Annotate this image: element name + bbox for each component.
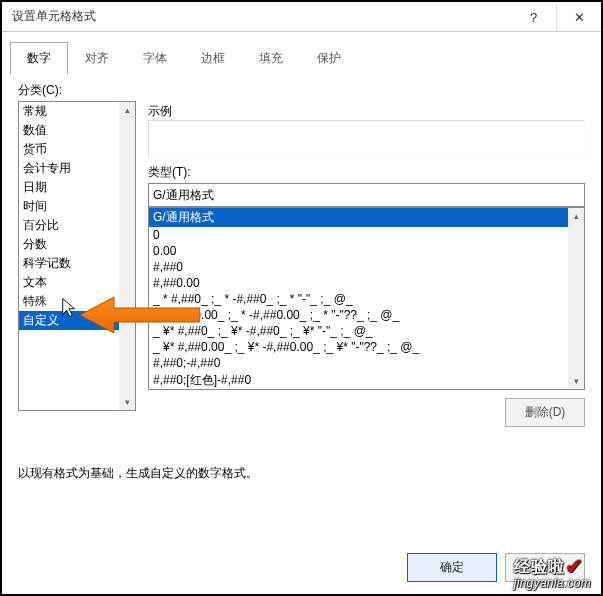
tab-alignment[interactable]: 对齐: [68, 42, 126, 74]
format-listbox[interactable]: G/通用格式 0 0.00 #,##0 #,##0.00 _ * #,##0_ …: [148, 207, 585, 390]
tab-fill[interactable]: 填充: [242, 42, 300, 74]
delete-button[interactable]: 删除(D): [505, 398, 585, 427]
tab-protection[interactable]: 保护: [300, 42, 358, 74]
format-item[interactable]: #,##0.00: [149, 275, 584, 291]
category-item-currency[interactable]: 货币: [19, 140, 135, 159]
right-panel: 示例 类型(T): G/通用格式 G/通用格式 0 0.00 #,##0 #,#…: [148, 101, 585, 427]
type-input[interactable]: G/通用格式: [148, 183, 585, 207]
format-item[interactable]: #,##0;-#,##0: [149, 355, 584, 371]
category-item-scientific[interactable]: 科学记数: [19, 254, 135, 273]
footer-buttons: 确定 取消: [407, 553, 585, 582]
close-button[interactable]: ✕: [556, 2, 601, 32]
category-item-general[interactable]: 常规: [19, 102, 135, 121]
category-scrollbar[interactable]: ▴ ▾: [119, 102, 135, 410]
tab-font[interactable]: 字体: [126, 42, 184, 74]
format-item[interactable]: 0: [149, 227, 584, 243]
cursor-icon: [61, 297, 77, 319]
cancel-button[interactable]: 取消: [505, 553, 585, 582]
scroll-up-icon[interactable]: ▴: [568, 208, 584, 224]
window-controls: ? ✕: [511, 2, 601, 32]
sample-label: 示例: [148, 103, 585, 120]
scroll-up-icon[interactable]: ▴: [119, 102, 135, 118]
sample-box: [148, 120, 585, 158]
description-text: 以现有格式为基础，生成自定义的数字格式。: [2, 465, 601, 482]
category-item-time[interactable]: 时间: [19, 197, 135, 216]
category-item-accounting[interactable]: 会计专用: [19, 159, 135, 178]
format-item[interactable]: #,##0: [149, 259, 584, 275]
category-item-date[interactable]: 日期: [19, 178, 135, 197]
type-label: 类型(T):: [148, 164, 585, 181]
title-bar: 设置单元格格式 ? ✕: [2, 2, 601, 32]
tab-number[interactable]: 数字: [10, 42, 68, 74]
scroll-down-icon[interactable]: ▾: [568, 373, 584, 389]
content-area: 分类(C): 常规 数值 货币 会计专用 日期 时间 百分比 分数 科学记数 文…: [2, 74, 601, 435]
category-item-text[interactable]: 文本: [19, 273, 135, 292]
ok-button[interactable]: 确定: [407, 553, 497, 582]
category-item-percentage[interactable]: 百分比: [19, 216, 135, 235]
scroll-down-icon[interactable]: ▾: [119, 394, 135, 410]
format-scrollbar[interactable]: ▴ ▾: [568, 208, 584, 389]
format-item[interactable]: G/通用格式: [149, 208, 584, 227]
category-label: 分类(C):: [18, 82, 585, 99]
window-title: 设置单元格格式: [12, 8, 96, 25]
format-item[interactable]: _ * #,##0_ ;_ * -#,##0_ ;_ * "-"_ ;_ @_: [149, 291, 584, 307]
help-button[interactable]: ?: [511, 2, 556, 32]
svg-marker-0: [80, 297, 200, 333]
annotation-arrow-icon: [80, 295, 200, 335]
format-item[interactable]: 0.00: [149, 243, 584, 259]
category-item-fraction[interactable]: 分数: [19, 235, 135, 254]
type-input-value: G/通用格式: [153, 187, 214, 204]
format-item[interactable]: _ * #,##0.00_ ;_ * -#,##0.00_ ;_ * "-"??…: [149, 307, 584, 323]
tab-strip: 数字 对齐 字体 边框 填充 保护: [2, 32, 601, 74]
format-item[interactable]: #,##0;[红色]-#,##0: [149, 371, 584, 390]
format-item[interactable]: _ ¥* #,##0_ ;_ ¥* -#,##0_ ;_ ¥* "-"_ ;_ …: [149, 323, 584, 339]
category-listbox[interactable]: 常规 数值 货币 会计专用 日期 时间 百分比 分数 科学记数 文本 特殊 自定…: [18, 101, 136, 411]
category-item-number[interactable]: 数值: [19, 121, 135, 140]
format-item[interactable]: _ ¥* #,##0.00_ ;_ ¥* -#,##0.00_ ;_ ¥* "-…: [149, 339, 584, 355]
tab-border[interactable]: 边框: [184, 42, 242, 74]
